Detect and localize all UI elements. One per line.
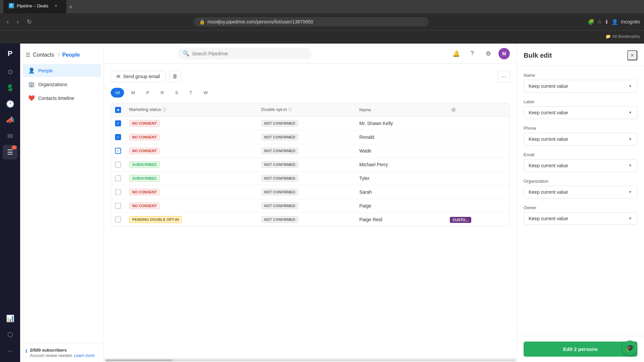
row-checkbox[interactable] <box>115 189 121 195</box>
settings-button[interactable]: ⚙ <box>482 48 494 60</box>
row-checkbox[interactable] <box>115 120 121 126</box>
new-tab-button[interactable]: + <box>66 1 75 13</box>
bulk-edit-panel: Bulk edit × Name Keep current value ▼ La… <box>517 44 644 362</box>
table-settings-icon[interactable]: ⚙ <box>450 106 457 114</box>
filter-all[interactable]: All <box>111 88 124 98</box>
active-tab[interactable]: P Pipeline – Deals × <box>3 0 66 13</box>
sidebar-item-people[interactable]: 👤 People <box>23 64 101 77</box>
custom-badge: CUSTO... <box>450 217 471 223</box>
bookmark-star-icon[interactable]: ☆ <box>597 19 602 25</box>
user-avatar[interactable]: M <box>498 48 510 59</box>
horizontal-scrollbar[interactable] <box>104 358 517 362</box>
row-checkbox[interactable] <box>115 203 121 209</box>
learn-more-link[interactable]: Learn more <box>74 353 94 358</box>
field-select-email[interactable]: Keep current value ▼ <box>524 159 637 172</box>
col-settings[interactable]: ⚙ <box>446 103 509 117</box>
url-text: moodjoy.pipedrive.com/persons/list/user/… <box>208 19 313 24</box>
chevron-down-icon: ▼ <box>628 137 632 141</box>
notifications-button[interactable]: 🔔 <box>450 48 462 60</box>
field-select-organization[interactable]: Keep current value ▼ <box>524 186 637 198</box>
sidebar-item-organizations[interactable]: 🏢 Organizations <box>23 78 101 91</box>
nav-item-deals[interactable]: 💲 <box>3 80 17 95</box>
more-options-button[interactable]: ··· <box>498 70 510 82</box>
back-button[interactable]: ‹ <box>4 17 11 27</box>
nav-item-reports[interactable]: 📊 <box>3 311 17 326</box>
double-optin-badge: NOT CONFIRMED <box>261 161 299 168</box>
field-select-phone[interactable]: Keep current value ▼ <box>524 133 637 145</box>
row-checkbox-cell[interactable] <box>111 130 125 144</box>
nav-item-home[interactable]: ⊙ <box>3 64 17 79</box>
delete-button[interactable]: 🗑 <box>169 70 181 82</box>
scrollbar-track[interactable] <box>105 359 515 361</box>
row-checkbox[interactable] <box>115 217 121 223</box>
field-value-name: Keep current value <box>529 83 568 89</box>
people-icon: 👤 <box>28 67 35 74</box>
bulk-edit-close-button[interactable]: × <box>627 50 637 60</box>
edit-submit-button[interactable]: Edit 2 persons <box>524 342 637 357</box>
tab-title: Pipeline – Deals <box>17 3 48 8</box>
sidebar-item-contacts-timeline[interactable]: ❤️ Contacts timeline <box>23 92 101 105</box>
select-all-checkbox[interactable] <box>115 107 121 113</box>
bookmarks-label[interactable]: 📁 All Bookmarks <box>605 34 640 39</box>
row-checkbox[interactable] <box>115 175 121 181</box>
send-group-email-button[interactable]: ✉ Send group email <box>111 71 166 82</box>
row-checkbox-cell[interactable] <box>111 199 125 213</box>
nav-item-emails[interactable]: ✉ <box>3 129 17 143</box>
filter-p[interactable]: P <box>142 88 154 98</box>
field-select-owner[interactable]: Keep current value ▼ <box>524 212 637 225</box>
help-fab-button[interactable]: 🎓 <box>623 341 637 355</box>
row-checkbox-cell[interactable] <box>111 117 125 130</box>
marketing-status-info-icon[interactable]: ⓘ <box>162 107 166 112</box>
row-checkbox-cell[interactable] <box>111 158 125 172</box>
row-checkbox[interactable] <box>115 148 121 154</box>
double-optin-cell: NOT CONFIRMED <box>257 172 356 185</box>
filter-t[interactable]: T <box>185 88 197 98</box>
organizations-icon: 🏢 <box>28 81 35 87</box>
field-select-label[interactable]: Keep current value ▼ <box>524 106 637 119</box>
field-select-name[interactable]: Keep current value ▼ <box>524 80 637 93</box>
nav-item-campaigns[interactable]: 📣 <box>3 113 17 127</box>
table-row: SUBSCRIBED NOT CONFIRMED Michael Perry <box>111 158 509 172</box>
forward-button[interactable]: › <box>14 17 21 27</box>
marketing-status-badge: NO CONSENT <box>129 120 160 127</box>
chevron-down-icon: ▼ <box>628 110 632 115</box>
tab-close-button[interactable]: × <box>51 1 61 11</box>
row-checkbox-cell[interactable] <box>111 185 125 199</box>
filter-m[interactable]: M <box>127 88 139 98</box>
filter-s[interactable]: S <box>171 88 182 98</box>
help-button[interactable]: ? <box>466 48 478 60</box>
row-checkbox[interactable] <box>115 162 121 168</box>
browser-nav: ‹ › ↻ 🔒 moodjoy.pipedrive.com/persons/li… <box>0 13 644 30</box>
filter-w[interactable]: W <box>199 88 212 98</box>
reload-button[interactable]: ↻ <box>24 17 35 27</box>
select-all-header[interactable] <box>111 103 125 117</box>
sidebar-toggle-icon[interactable]: ☰ <box>25 52 30 58</box>
nav-actions: 🧩 ☆ ⬇ 👤 Incognito <box>588 19 640 25</box>
profile-icon[interactable]: 👤 <box>611 19 618 25</box>
double-optin-badge: NOT CONFIRMED <box>261 202 299 209</box>
send-group-email-label: Send group email <box>123 74 160 79</box>
row-checkbox-cell[interactable] <box>111 144 125 158</box>
custom-cell <box>446 144 509 158</box>
search-bar[interactable]: 🔍 <box>177 48 312 59</box>
row-checkbox-cell[interactable] <box>111 213 125 227</box>
address-bar[interactable]: 🔒 moodjoy.pipedrive.com/persons/list/use… <box>194 17 429 26</box>
nav-item-products[interactable]: ⬡ <box>3 327 17 342</box>
download-icon[interactable]: ⬇ <box>604 19 609 25</box>
nav-item-contacts[interactable]: ☰ 3 <box>3 145 17 160</box>
row-checkbox[interactable] <box>115 134 121 140</box>
search-input[interactable] <box>192 51 306 56</box>
filter-r[interactable]: R <box>156 88 168 98</box>
field-label-phone: Phone <box>524 126 637 131</box>
nav-item-activities[interactable]: 🕐 <box>3 97 17 111</box>
nav-item-more[interactable]: ··· <box>3 343 17 358</box>
row-checkbox-cell[interactable] <box>111 172 125 185</box>
logo[interactable]: P <box>3 47 17 60</box>
custom-cell <box>446 117 509 130</box>
double-optin-info-icon[interactable]: ⓘ <box>288 107 292 112</box>
scrollbar-thumb[interactable] <box>105 359 172 361</box>
extensions-icon[interactable]: 🧩 <box>588 19 594 25</box>
bookmarks-bar: 📁 All Bookmarks <box>0 30 644 42</box>
subscribers-count: 2/500 subscribers <box>30 348 95 353</box>
left-nav: P ⊙ 💲 🕐 📣 ✉ ☰ 3 📊 ⬡ ··· <box>0 44 20 362</box>
